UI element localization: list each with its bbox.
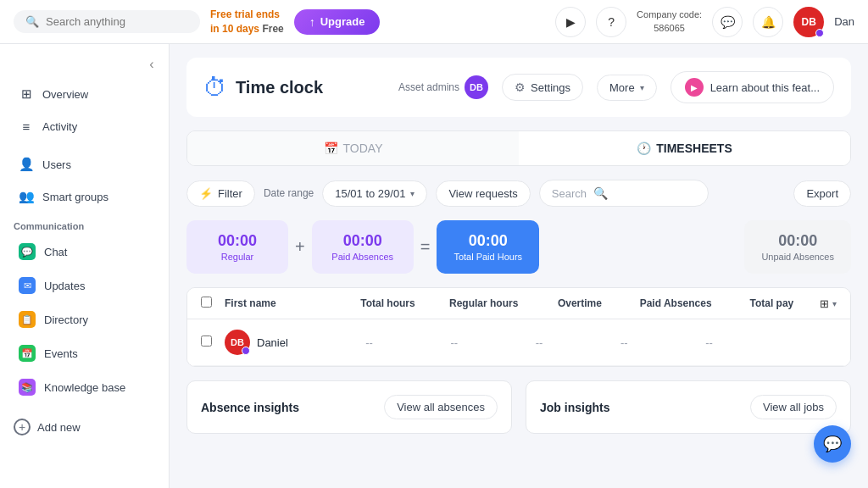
- unpaid-absences-card: 00:00 Unpaid Absences: [744, 220, 851, 274]
- sidebar-item-knowledge-base[interactable]: 📚 Knowledge base: [5, 371, 164, 403]
- sidebar-item-activity[interactable]: ≡ Activity: [5, 111, 164, 141]
- sidebar-label-events: Events: [44, 347, 78, 360]
- filter-button[interactable]: ⚡ Filter: [186, 180, 255, 207]
- search-bar[interactable]: 🔍: [14, 10, 200, 33]
- sidebar-item-users[interactable]: 👤 Users: [5, 149, 164, 180]
- events-icon: 📅: [19, 345, 36, 362]
- timesheets-tab-icon: 🕐: [637, 141, 651, 155]
- sidebar-item-events[interactable]: 📅 Events: [5, 337, 164, 369]
- col-overtime: Overtime: [531, 297, 627, 309]
- filter-row: ⚡ Filter Date range 15/01 to 29/01 ▾ Vie…: [186, 180, 851, 207]
- col-regular-hours: Regular hours: [436, 297, 531, 309]
- users-icon: 👤: [19, 157, 34, 172]
- sidebar-item-smart-groups[interactable]: 👥 Smart groups: [5, 181, 164, 212]
- filter-label: Filter: [218, 187, 242, 200]
- chevron-down-icon: ▾: [640, 83, 644, 92]
- sidebar-collapse-area: ‹: [0, 51, 169, 78]
- row-paid-absences: --: [581, 336, 666, 349]
- table-row: DB Daniel -- -- -- -- --: [187, 319, 850, 366]
- paid-absences-label: Paid Absences: [329, 252, 397, 262]
- export-button[interactable]: Export: [793, 180, 851, 207]
- main-content: ⏱ Time clock Asset admins DB ⚙ Settings …: [170, 44, 868, 488]
- absence-insights-card: Absence insights View all absences: [186, 380, 512, 434]
- avatar-badge: [815, 29, 824, 37]
- row-checkbox-area: [201, 336, 225, 349]
- row-checkbox[interactable]: [201, 336, 212, 347]
- total-paid-value: 00:00: [453, 232, 522, 250]
- search-box[interactable]: Search 🔍: [539, 180, 709, 207]
- row-avatar-badge: [242, 347, 250, 355]
- page-title: Time clock: [236, 78, 323, 97]
- view-requests-button[interactable]: View requests: [436, 180, 530, 207]
- equals-operator: =: [414, 237, 437, 257]
- job-insights-card: Job insights View all jobs: [526, 380, 851, 434]
- sidebar-label-chat: Chat: [44, 246, 67, 258]
- search-input[interactable]: [46, 15, 181, 28]
- sidebar-item-directory[interactable]: 📋 Directory: [5, 303, 164, 336]
- sidebar-label-updates: Updates: [44, 280, 85, 292]
- search-small-icon: 🔍: [593, 186, 608, 200]
- table-header: First name Total hours Regular hours Ove…: [187, 288, 850, 319]
- chat-bubble-button[interactable]: 💬: [814, 425, 851, 463]
- column-toggle[interactable]: ⊞ ▾: [820, 297, 837, 310]
- more-button[interactable]: More ▾: [597, 75, 657, 101]
- checkbox-header: [201, 297, 225, 310]
- sidebar-item-chat[interactable]: 💬 Chat: [5, 236, 164, 268]
- smart-groups-icon: 👥: [19, 189, 34, 204]
- sidebar-item-updates[interactable]: ✉ Updates: [5, 269, 164, 302]
- row-regular-hours: --: [412, 336, 497, 349]
- chat-icon-button[interactable]: 💬: [712, 7, 743, 37]
- play-icon-button[interactable]: ▶: [555, 7, 586, 37]
- settings-button[interactable]: ⚙ Settings: [502, 74, 583, 101]
- hours-summary: 00:00 Regular + 00:00 Paid Absences = 00…: [186, 220, 851, 274]
- tab-timesheets[interactable]: 🕐 TIMESHEETS: [519, 131, 850, 165]
- settings-label: Settings: [531, 81, 570, 94]
- sidebar-collapse-button[interactable]: ‹: [142, 54, 162, 75]
- add-new-button[interactable]: + Add new: [0, 411, 169, 443]
- today-tab-icon: 📅: [324, 141, 338, 155]
- row-overtime: --: [497, 336, 581, 349]
- directory-icon: 📋: [19, 311, 36, 328]
- row-avatar: DB: [225, 330, 250, 355]
- absence-insights-title: Absence insights: [201, 401, 299, 414]
- date-range-select[interactable]: 15/01 to 29/01 ▾: [322, 180, 427, 207]
- total-paid-label: Total Paid Hours: [453, 252, 522, 262]
- add-new-icon: +: [14, 419, 31, 435]
- more-label: More: [609, 81, 635, 94]
- row-name-cell: DB Daniel: [225, 330, 326, 355]
- job-insights-title: Job insights: [540, 401, 609, 414]
- regular-hours-label: Regular: [203, 252, 271, 262]
- trial-info: Free trial ends in 10 days Free: [210, 8, 284, 36]
- paid-absences-card: 00:00 Paid Absences: [312, 220, 414, 274]
- view-all-absences-button[interactable]: View all absences: [384, 395, 498, 419]
- plus-operator: +: [288, 237, 312, 257]
- unpaid-value: 00:00: [761, 232, 834, 250]
- tabs-row: 📅 TODAY 🕐 TIMESHEETS: [186, 130, 851, 166]
- col-paid-absences: Paid Absences: [628, 297, 724, 309]
- columns-icon: ⊞: [820, 297, 829, 310]
- avatar[interactable]: DB: [793, 7, 824, 37]
- admin-avatar: DB: [465, 75, 488, 99]
- date-range-value: 15/01 to 29/01: [335, 187, 405, 200]
- updates-icon: ✉: [19, 277, 36, 294]
- view-all-jobs-button[interactable]: View all jobs: [750, 395, 837, 419]
- row-total-pay: --: [666, 336, 751, 349]
- total-paid-hours-card: 00:00 Total Paid Hours: [437, 220, 539, 274]
- select-all-checkbox[interactable]: [201, 297, 212, 308]
- sidebar-label-activity: Activity: [42, 120, 77, 133]
- overview-icon: ⊞: [19, 86, 34, 102]
- date-range-label: Date range: [264, 187, 314, 199]
- upgrade-button[interactable]: Upgrade: [294, 9, 381, 35]
- help-icon-button[interactable]: ?: [596, 7, 626, 37]
- regular-hours-value: 00:00: [203, 232, 271, 250]
- col-toggle-chevron: ▾: [832, 299, 837, 308]
- knowledge-base-icon: 📚: [19, 379, 36, 396]
- topbar: 🔍 Free trial ends in 10 days Free Upgrad…: [0, 0, 868, 44]
- tab-today[interactable]: 📅 TODAY: [187, 131, 519, 165]
- sidebar-item-overview[interactable]: ⊞ Overview: [5, 79, 164, 109]
- col-first-name: First name: [225, 297, 340, 309]
- company-info: Company code: 586065: [637, 8, 702, 35]
- notification-bell-button[interactable]: 🔔: [753, 7, 783, 37]
- learn-button[interactable]: ▶ Learn about this feat...: [670, 71, 834, 103]
- timesheets-tab-label: TIMESHEETS: [656, 141, 732, 155]
